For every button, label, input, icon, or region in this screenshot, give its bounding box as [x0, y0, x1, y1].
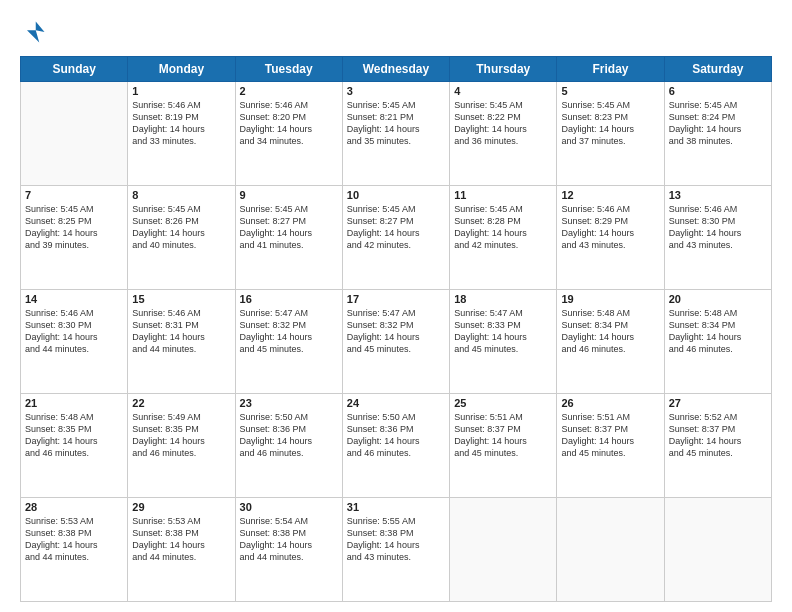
- calendar-cell: 17Sunrise: 5:47 AM Sunset: 8:32 PM Dayli…: [342, 290, 449, 394]
- day-number: 3: [347, 85, 445, 97]
- day-number: 28: [25, 501, 123, 513]
- calendar-cell: 29Sunrise: 5:53 AM Sunset: 8:38 PM Dayli…: [128, 498, 235, 602]
- day-info: Sunrise: 5:50 AM Sunset: 8:36 PM Dayligh…: [347, 411, 445, 460]
- logo: [20, 18, 52, 46]
- day-info: Sunrise: 5:53 AM Sunset: 8:38 PM Dayligh…: [132, 515, 230, 564]
- day-number: 5: [561, 85, 659, 97]
- svg-marker-0: [27, 22, 45, 43]
- header: [20, 18, 772, 46]
- day-info: Sunrise: 5:55 AM Sunset: 8:38 PM Dayligh…: [347, 515, 445, 564]
- day-number: 23: [240, 397, 338, 409]
- calendar-cell: [664, 498, 771, 602]
- calendar-cell: 8Sunrise: 5:45 AM Sunset: 8:26 PM Daylig…: [128, 186, 235, 290]
- day-info: Sunrise: 5:46 AM Sunset: 8:30 PM Dayligh…: [669, 203, 767, 252]
- day-info: Sunrise: 5:45 AM Sunset: 8:22 PM Dayligh…: [454, 99, 552, 148]
- calendar-cell: 7Sunrise: 5:45 AM Sunset: 8:25 PM Daylig…: [21, 186, 128, 290]
- day-number: 7: [25, 189, 123, 201]
- calendar-cell: 11Sunrise: 5:45 AM Sunset: 8:28 PM Dayli…: [450, 186, 557, 290]
- day-info: Sunrise: 5:47 AM Sunset: 8:33 PM Dayligh…: [454, 307, 552, 356]
- day-number: 9: [240, 189, 338, 201]
- day-info: Sunrise: 5:45 AM Sunset: 8:27 PM Dayligh…: [347, 203, 445, 252]
- weekday-header-thursday: Thursday: [450, 57, 557, 82]
- day-info: Sunrise: 5:47 AM Sunset: 8:32 PM Dayligh…: [347, 307, 445, 356]
- day-number: 30: [240, 501, 338, 513]
- day-number: 31: [347, 501, 445, 513]
- weekday-header-tuesday: Tuesday: [235, 57, 342, 82]
- day-number: 18: [454, 293, 552, 305]
- day-info: Sunrise: 5:51 AM Sunset: 8:37 PM Dayligh…: [454, 411, 552, 460]
- calendar-cell: 14Sunrise: 5:46 AM Sunset: 8:30 PM Dayli…: [21, 290, 128, 394]
- calendar-cell: 21Sunrise: 5:48 AM Sunset: 8:35 PM Dayli…: [21, 394, 128, 498]
- calendar-cell: 4Sunrise: 5:45 AM Sunset: 8:22 PM Daylig…: [450, 82, 557, 186]
- day-info: Sunrise: 5:46 AM Sunset: 8:20 PM Dayligh…: [240, 99, 338, 148]
- calendar-cell: 1Sunrise: 5:46 AM Sunset: 8:19 PM Daylig…: [128, 82, 235, 186]
- day-number: 13: [669, 189, 767, 201]
- day-info: Sunrise: 5:46 AM Sunset: 8:19 PM Dayligh…: [132, 99, 230, 148]
- calendar-week-2: 7Sunrise: 5:45 AM Sunset: 8:25 PM Daylig…: [21, 186, 772, 290]
- day-number: 25: [454, 397, 552, 409]
- day-number: 11: [454, 189, 552, 201]
- calendar-cell: [21, 82, 128, 186]
- day-number: 6: [669, 85, 767, 97]
- day-number: 29: [132, 501, 230, 513]
- calendar-cell: 5Sunrise: 5:45 AM Sunset: 8:23 PM Daylig…: [557, 82, 664, 186]
- logo-icon: [20, 18, 48, 46]
- day-number: 2: [240, 85, 338, 97]
- day-info: Sunrise: 5:45 AM Sunset: 8:27 PM Dayligh…: [240, 203, 338, 252]
- calendar-cell: 16Sunrise: 5:47 AM Sunset: 8:32 PM Dayli…: [235, 290, 342, 394]
- day-number: 4: [454, 85, 552, 97]
- calendar-cell: 3Sunrise: 5:45 AM Sunset: 8:21 PM Daylig…: [342, 82, 449, 186]
- day-number: 1: [132, 85, 230, 97]
- day-number: 21: [25, 397, 123, 409]
- day-info: Sunrise: 5:48 AM Sunset: 8:35 PM Dayligh…: [25, 411, 123, 460]
- calendar-cell: 18Sunrise: 5:47 AM Sunset: 8:33 PM Dayli…: [450, 290, 557, 394]
- calendar-cell: 15Sunrise: 5:46 AM Sunset: 8:31 PM Dayli…: [128, 290, 235, 394]
- calendar-cell: 12Sunrise: 5:46 AM Sunset: 8:29 PM Dayli…: [557, 186, 664, 290]
- weekday-header-monday: Monday: [128, 57, 235, 82]
- day-info: Sunrise: 5:45 AM Sunset: 8:23 PM Dayligh…: [561, 99, 659, 148]
- day-info: Sunrise: 5:47 AM Sunset: 8:32 PM Dayligh…: [240, 307, 338, 356]
- calendar-cell: 31Sunrise: 5:55 AM Sunset: 8:38 PM Dayli…: [342, 498, 449, 602]
- weekday-header-friday: Friday: [557, 57, 664, 82]
- calendar-table: SundayMondayTuesdayWednesdayThursdayFrid…: [20, 56, 772, 602]
- calendar-cell: [450, 498, 557, 602]
- day-number: 22: [132, 397, 230, 409]
- day-number: 16: [240, 293, 338, 305]
- day-number: 17: [347, 293, 445, 305]
- calendar-cell: 6Sunrise: 5:45 AM Sunset: 8:24 PM Daylig…: [664, 82, 771, 186]
- calendar-cell: 9Sunrise: 5:45 AM Sunset: 8:27 PM Daylig…: [235, 186, 342, 290]
- day-info: Sunrise: 5:52 AM Sunset: 8:37 PM Dayligh…: [669, 411, 767, 460]
- day-info: Sunrise: 5:45 AM Sunset: 8:28 PM Dayligh…: [454, 203, 552, 252]
- day-number: 12: [561, 189, 659, 201]
- day-info: Sunrise: 5:51 AM Sunset: 8:37 PM Dayligh…: [561, 411, 659, 460]
- day-info: Sunrise: 5:50 AM Sunset: 8:36 PM Dayligh…: [240, 411, 338, 460]
- day-number: 19: [561, 293, 659, 305]
- calendar-cell: 13Sunrise: 5:46 AM Sunset: 8:30 PM Dayli…: [664, 186, 771, 290]
- day-info: Sunrise: 5:54 AM Sunset: 8:38 PM Dayligh…: [240, 515, 338, 564]
- calendar-week-5: 28Sunrise: 5:53 AM Sunset: 8:38 PM Dayli…: [21, 498, 772, 602]
- calendar-week-4: 21Sunrise: 5:48 AM Sunset: 8:35 PM Dayli…: [21, 394, 772, 498]
- calendar-week-1: 1Sunrise: 5:46 AM Sunset: 8:19 PM Daylig…: [21, 82, 772, 186]
- calendar-cell: 30Sunrise: 5:54 AM Sunset: 8:38 PM Dayli…: [235, 498, 342, 602]
- weekday-header-saturday: Saturday: [664, 57, 771, 82]
- day-info: Sunrise: 5:46 AM Sunset: 8:31 PM Dayligh…: [132, 307, 230, 356]
- calendar-cell: 10Sunrise: 5:45 AM Sunset: 8:27 PM Dayli…: [342, 186, 449, 290]
- day-info: Sunrise: 5:46 AM Sunset: 8:30 PM Dayligh…: [25, 307, 123, 356]
- day-info: Sunrise: 5:49 AM Sunset: 8:35 PM Dayligh…: [132, 411, 230, 460]
- weekday-header-sunday: Sunday: [21, 57, 128, 82]
- calendar-cell: 26Sunrise: 5:51 AM Sunset: 8:37 PM Dayli…: [557, 394, 664, 498]
- day-info: Sunrise: 5:53 AM Sunset: 8:38 PM Dayligh…: [25, 515, 123, 564]
- day-number: 20: [669, 293, 767, 305]
- day-info: Sunrise: 5:45 AM Sunset: 8:25 PM Dayligh…: [25, 203, 123, 252]
- day-info: Sunrise: 5:48 AM Sunset: 8:34 PM Dayligh…: [561, 307, 659, 356]
- calendar-cell: 2Sunrise: 5:46 AM Sunset: 8:20 PM Daylig…: [235, 82, 342, 186]
- weekday-header-wednesday: Wednesday: [342, 57, 449, 82]
- day-number: 10: [347, 189, 445, 201]
- calendar-cell: 28Sunrise: 5:53 AM Sunset: 8:38 PM Dayli…: [21, 498, 128, 602]
- day-info: Sunrise: 5:46 AM Sunset: 8:29 PM Dayligh…: [561, 203, 659, 252]
- calendar-cell: 20Sunrise: 5:48 AM Sunset: 8:34 PM Dayli…: [664, 290, 771, 394]
- calendar-cell: 24Sunrise: 5:50 AM Sunset: 8:36 PM Dayli…: [342, 394, 449, 498]
- day-number: 8: [132, 189, 230, 201]
- calendar-cell: [557, 498, 664, 602]
- calendar-cell: 22Sunrise: 5:49 AM Sunset: 8:35 PM Dayli…: [128, 394, 235, 498]
